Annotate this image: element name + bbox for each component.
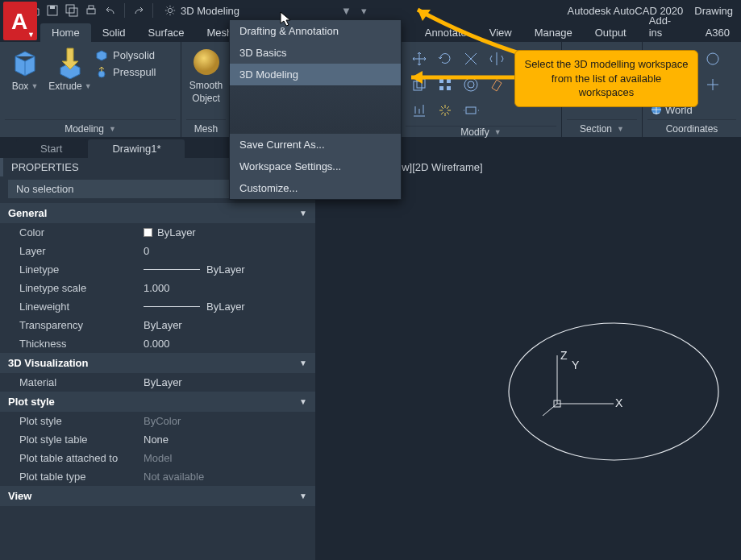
ws-item-3dbasics[interactable]: 3D Basics: [230, 42, 401, 64]
svg-text:X: X: [615, 396, 623, 409]
svg-rect-3: [66, 5, 74, 13]
svg-point-25: [509, 323, 718, 460]
ws-preview: [230, 85, 401, 134]
svg-rect-2: [50, 6, 55, 9]
polysolid-icon: [95, 48, 108, 61]
prop-row[interactable]: TransparencyByLayer: [0, 316, 315, 334]
qat-more-icon[interactable]: ▾: [361, 5, 367, 17]
align-icon[interactable]: [409, 100, 430, 121]
ucs6-icon[interactable]: [702, 74, 723, 95]
app-logo[interactable]: A ▼: [3, 2, 37, 40]
panel-modify[interactable]: Modify▼: [406, 126, 556, 138]
tab-a360[interactable]: A360: [694, 23, 741, 42]
print-icon[interactable]: [84, 3, 98, 18]
chevron-down-icon: ▼: [341, 5, 352, 17]
filetab-start[interactable]: Start: [16, 139, 86, 158]
box-button[interactable]: Box▼: [5, 45, 45, 92]
chevron-down-icon: ▼: [27, 31, 35, 39]
ws-settings[interactable]: Workspace Settings...: [230, 156, 401, 177]
mouse-cursor-icon: [280, 11, 293, 27]
smooth-object-button[interactable]: SmoothObject: [186, 45, 226, 104]
callout-tip: Select the 3D modelling workspace from t…: [514, 50, 698, 107]
tab-addins[interactable]: Add-ins: [638, 11, 694, 42]
doc-name: Drawing: [694, 5, 733, 17]
prop-row[interactable]: LineweightByLayer: [0, 297, 315, 316]
prop-category[interactable]: 3D Visualization▼: [0, 353, 315, 373]
viewport-canvas: Z Y X: [315, 158, 741, 560]
prop-row[interactable]: MaterialByLayer: [0, 373, 315, 392]
tab-output[interactable]: Output: [584, 23, 638, 42]
redo-icon[interactable]: [131, 3, 146, 18]
sphere-icon: [192, 45, 221, 79]
prop-row[interactable]: LinetypeByLayer: [0, 260, 315, 279]
svg-text:Z: Z: [560, 349, 568, 362]
prop-row[interactable]: Plot styleByColor: [0, 412, 315, 430]
svg-text:Y: Y: [572, 359, 580, 371]
callout-arrow-icon: [395, 66, 524, 90]
ws-customize[interactable]: Customize...: [230, 177, 401, 199]
svg-text:A: A: [11, 9, 27, 34]
save-icon[interactable]: [45, 3, 60, 18]
ws-save-current[interactable]: Save Current As...: [230, 134, 401, 156]
properties-panel: PROPERTIES No selection General▼ColorByL…: [0, 158, 315, 560]
prop-category[interactable]: View▼: [0, 486, 315, 506]
svg-point-7: [168, 8, 172, 12]
panel-modeling[interactable]: Modeling▼: [5, 119, 176, 137]
workspace-switcher[interactable]: 3D Modeling ▼: [160, 3, 356, 19]
prop-row[interactable]: Layer0: [0, 242, 315, 260]
workspace-dropdown: Drafting & Annotation 3D Basics 3D Model…: [229, 19, 402, 200]
ws-item-3dmodeling[interactable]: 3D Modeling: [230, 64, 401, 85]
saveas-icon[interactable]: [65, 3, 79, 18]
undo-icon[interactable]: [103, 3, 118, 18]
viewport[interactable]: ew][2D Wireframe] Z Y X: [315, 158, 741, 560]
ucs3-icon[interactable]: [702, 48, 723, 69]
callout-arrow-icon: [403, 5, 532, 61]
svg-point-9: [98, 71, 105, 77]
panel-section[interactable]: Section▼: [567, 119, 637, 137]
tab-solid[interactable]: Solid: [91, 23, 137, 42]
prop-row[interactable]: ColorByLayer: [0, 223, 315, 242]
prop-row[interactable]: Plot table typeNot available: [0, 467, 315, 486]
box-icon: [10, 45, 40, 79]
explode-icon[interactable]: [435, 100, 456, 121]
workspace-current: 3D Modeling: [181, 5, 239, 17]
extrude-icon: [56, 45, 85, 79]
prop-row[interactable]: Thickness0.000: [0, 334, 315, 353]
prop-row[interactable]: Linetype scale1.000: [0, 279, 315, 297]
prop-category[interactable]: Plot style▼: [0, 392, 315, 412]
panel-mesh[interactable]: Mesh: [186, 119, 226, 137]
prop-category[interactable]: General▼: [0, 203, 315, 223]
gear-icon: [164, 5, 176, 16]
ws-item-drafting[interactable]: Drafting & Annotation: [230, 20, 401, 42]
svg-point-22: [707, 53, 718, 64]
svg-rect-21: [466, 107, 476, 114]
panel-coordinates[interactable]: Coordinates: [647, 119, 736, 137]
svg-rect-4: [69, 8, 77, 16]
tab-home[interactable]: Home: [40, 23, 91, 42]
presspull-button[interactable]: Presspull: [95, 65, 156, 78]
stretch-icon[interactable]: [460, 100, 481, 121]
svg-rect-6: [89, 6, 94, 9]
tab-surface[interactable]: Surface: [137, 23, 196, 42]
prop-row[interactable]: Plot style tableNone: [0, 430, 315, 449]
svg-rect-5: [87, 9, 95, 14]
prop-row[interactable]: Plot table attached toModel: [0, 449, 315, 467]
filetab-current[interactable]: Drawing1*: [88, 139, 185, 158]
extrude-button[interactable]: Extrude▼: [50, 45, 90, 92]
svg-point-10: [194, 49, 219, 75]
polysolid-button[interactable]: Polysolid: [95, 48, 156, 61]
presspull-icon: [95, 65, 108, 78]
